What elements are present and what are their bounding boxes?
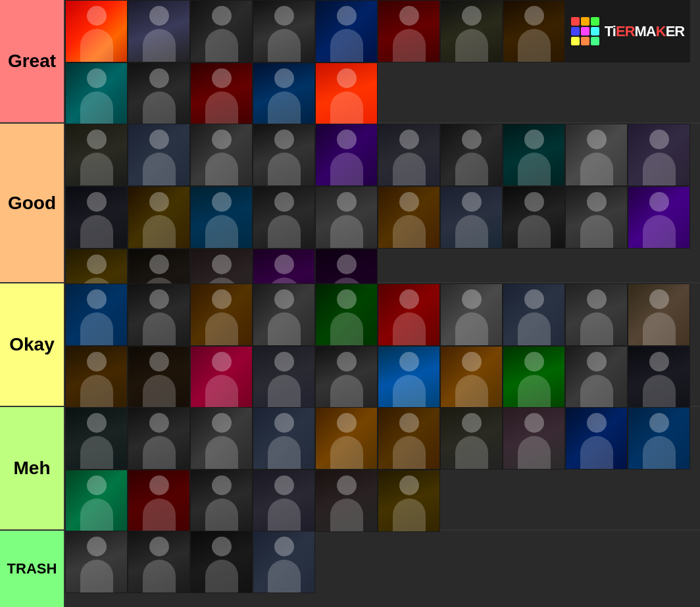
card[interactable] [65,283,128,346]
card[interactable] [565,407,628,470]
card[interactable] [65,470,128,532]
card[interactable] [190,283,253,346]
card[interactable] [628,186,690,249]
card[interactable] [253,407,315,470]
card[interactable] [315,470,378,532]
card[interactable] [628,407,690,470]
card[interactable] [315,407,378,470]
tier-content-great: TiERMAKER [65,0,700,122]
card[interactable] [565,283,628,346]
card[interactable] [378,470,440,532]
card[interactable] [128,124,190,186]
card[interactable] [565,124,628,186]
card[interactable] [565,346,628,408]
tier-label-okay: Okay [0,283,65,406]
card[interactable] [503,0,565,62]
card[interactable] [440,124,503,186]
card[interactable] [190,62,253,125]
card[interactable] [190,346,253,408]
card[interactable] [315,124,378,186]
card[interactable] [65,407,128,470]
tier-list: Great [0,0,700,607]
card[interactable] [190,0,253,62]
card[interactable] [503,186,565,249]
card[interactable] [378,124,440,186]
tier-label-meh: Meh [0,407,65,529]
tier-content-good [65,124,700,282]
card[interactable] [503,346,565,408]
card[interactable] [628,346,690,408]
tier-label-good: Good [0,124,65,282]
card[interactable] [190,186,253,249]
card[interactable] [65,186,128,249]
card[interactable] [315,62,378,125]
card[interactable] [65,531,128,593]
tier-content-meh [65,407,700,529]
card[interactable] [440,283,503,346]
card[interactable] [65,62,128,125]
card[interactable] [253,283,315,346]
card[interactable] [628,283,690,346]
card[interactable] [253,186,315,249]
tier-row-meh: Meh [0,407,700,531]
card[interactable] [128,531,190,593]
card[interactable] [253,531,315,593]
card[interactable] [190,124,253,186]
card[interactable] [65,124,128,186]
tier-content-trash [65,531,700,607]
card[interactable] [128,470,190,532]
card[interactable] [503,407,565,470]
tier-row-good: Good [0,124,700,283]
tier-label-trash: TRASH [0,531,65,607]
card[interactable] [315,283,378,346]
card[interactable] [65,346,128,408]
card[interactable] [440,0,503,62]
card[interactable] [128,62,190,125]
card[interactable] [253,470,315,532]
card[interactable] [440,407,503,470]
card[interactable] [128,407,190,470]
card[interactable] [128,186,190,249]
tiermaker-logo: TiERMAKER [565,0,690,62]
card[interactable] [503,283,565,346]
card[interactable] [190,470,253,532]
card[interactable] [190,407,253,470]
card[interactable] [190,531,253,593]
card[interactable] [440,346,503,408]
card[interactable] [440,186,503,249]
tier-row-great: Great [0,0,700,124]
card[interactable] [378,346,440,408]
card[interactable] [628,124,690,186]
tier-content-okay [65,283,700,406]
card[interactable] [315,346,378,408]
card[interactable] [128,346,190,408]
card[interactable] [315,0,378,62]
card[interactable] [378,283,440,346]
card[interactable] [253,124,315,186]
tier-label-great: Great [0,0,65,122]
card[interactable] [378,186,440,249]
card[interactable] [378,0,440,62]
card[interactable] [565,186,628,249]
card[interactable] [128,0,190,62]
tier-row-okay: Okay [0,283,700,407]
card[interactable] [503,124,565,186]
card[interactable] [128,283,190,346]
card[interactable] [378,407,440,470]
card[interactable] [315,186,378,249]
card[interactable] [253,62,315,125]
card[interactable] [65,0,128,62]
card[interactable] [253,346,315,408]
tier-row-trash: TRASH [0,531,700,607]
card[interactable] [253,0,315,62]
